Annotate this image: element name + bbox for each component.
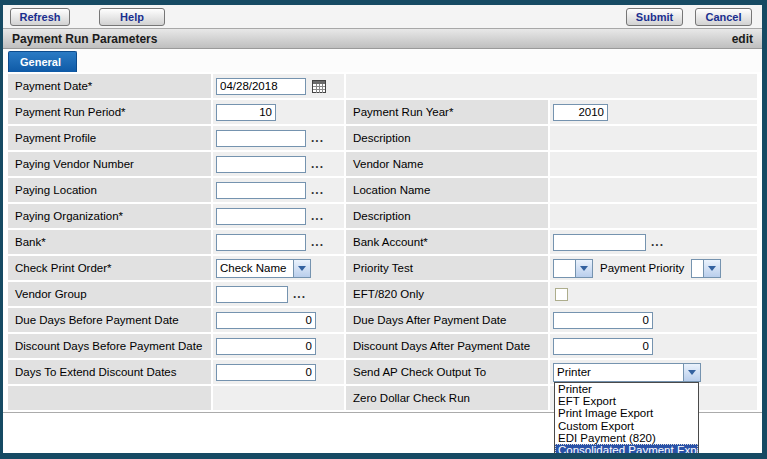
label-description-1: Description <box>346 126 548 150</box>
field-vendor-name <box>550 152 757 176</box>
payment-date-input[interactable] <box>216 78 306 95</box>
chevron-down-icon[interactable] <box>575 260 592 277</box>
bank-account-input[interactable] <box>553 234 646 251</box>
priority-test-value <box>554 260 575 277</box>
row-paying-organization: Paying Organization* ... Description <box>8 204 757 228</box>
submit-button[interactable]: Submit <box>626 8 683 26</box>
option-consolidated-payment-export[interactable]: Consolidated Payment Export <box>555 444 698 453</box>
bank-input[interactable] <box>216 234 306 251</box>
label-zero-dollar-check-run: Zero Dollar Check Run <box>346 386 548 410</box>
label-payment-priority: Payment Priority <box>600 262 684 274</box>
tab-bar: General <box>3 49 762 72</box>
field-payment-run-year <box>550 100 757 124</box>
row-due-days: Due Days Before Payment Date Due Days Af… <box>8 308 757 332</box>
help-button[interactable]: Help <box>99 8 165 26</box>
window-content: Refresh Help Submit Cancel Payment Run P… <box>3 5 762 453</box>
cancel-button[interactable]: Cancel <box>695 8 752 26</box>
paying-location-input[interactable] <box>216 182 306 199</box>
check-print-order-select[interactable]: Check Name <box>216 259 311 278</box>
payment-priority-select[interactable] <box>691 259 721 278</box>
label-location-name: Location Name <box>346 178 548 202</box>
days-to-extend-input[interactable] <box>216 364 316 381</box>
field-priority-test: Payment Priority <box>550 256 757 280</box>
empty-label-cell <box>8 386 211 410</box>
label-payment-date: Payment Date* <box>8 74 211 98</box>
payment-run-year-input[interactable] <box>553 104 608 121</box>
label-payment-run-year: Payment Run Year* <box>346 100 548 124</box>
empty-field-cell <box>213 386 344 410</box>
title-bar: Payment Run Parameters edit <box>3 28 762 49</box>
payment-profile-lookup-icon[interactable]: ... <box>311 134 324 142</box>
row-payment-date: Payment Date* <box>8 74 757 98</box>
payment-profile-input[interactable] <box>216 130 306 147</box>
row-send-ap-output: Days To Extend Discount Dates Send AP Ch… <box>8 360 757 384</box>
label-eft-820-only: EFT/820 Only <box>346 282 548 306</box>
paying-vendor-number-lookup-icon[interactable]: ... <box>311 160 324 168</box>
field-payment-run-period <box>213 100 344 124</box>
priority-test-select[interactable] <box>553 259 593 278</box>
label-discount-days-before: Discount Days Before Payment Date <box>8 334 211 358</box>
field-payment-profile: ... <box>213 126 344 150</box>
label-send-ap-check-output: Send AP Check Output To <box>346 360 548 384</box>
eft-820-only-checkbox[interactable] <box>555 288 568 301</box>
bank-account-lookup-icon[interactable]: ... <box>651 238 664 246</box>
vendor-group-lookup-icon[interactable]: ... <box>293 290 306 298</box>
discount-days-before-input[interactable] <box>216 338 316 355</box>
label-bank: Bank* <box>8 230 211 254</box>
label-check-print-order: Check Print Order* <box>8 256 211 280</box>
due-days-after-input[interactable] <box>553 312 653 329</box>
label-due-days-before: Due Days Before Payment Date <box>8 308 211 332</box>
field-due-days-before <box>213 308 344 332</box>
row-check-print-order: Check Print Order* Check Name Priority T… <box>8 256 757 280</box>
empty-cell <box>346 74 757 98</box>
payment-priority-value <box>692 260 703 277</box>
tab-general[interactable]: General <box>8 51 77 72</box>
chevron-down-icon[interactable] <box>683 364 700 381</box>
field-check-print-order: Check Name <box>213 256 344 280</box>
field-bank-account: ... <box>550 230 757 254</box>
option-print-image-export[interactable]: Print Image Export <box>555 407 698 419</box>
paying-organization-lookup-icon[interactable]: ... <box>311 212 324 220</box>
label-bank-account: Bank Account* <box>346 230 548 254</box>
label-due-days-after: Due Days After Payment Date <box>346 308 548 332</box>
label-paying-location: Paying Location <box>8 178 211 202</box>
paying-vendor-number-input[interactable] <box>216 156 306 173</box>
vendor-group-input[interactable] <box>216 286 288 303</box>
option-custom-export[interactable]: Custom Export <box>555 420 698 432</box>
due-days-before-input[interactable] <box>216 312 316 329</box>
field-location-name <box>550 178 757 202</box>
calendar-icon[interactable] <box>312 80 326 93</box>
paying-location-lookup-icon[interactable]: ... <box>311 186 324 194</box>
discount-days-after-input[interactable] <box>553 338 653 355</box>
paying-organization-input[interactable] <box>216 208 306 225</box>
field-days-to-extend <box>213 360 344 384</box>
label-description-2: Description <box>346 204 548 228</box>
row-bank: Bank* ... Bank Account* ... <box>8 230 757 254</box>
field-discount-days-after <box>550 334 757 358</box>
option-edi-payment-820[interactable]: EDI Payment (820) <box>555 432 698 444</box>
row-vendor-group: Vendor Group ... EFT/820 Only <box>8 282 757 306</box>
chevron-down-icon[interactable] <box>703 260 720 277</box>
field-description-1 <box>550 126 757 150</box>
label-paying-organization: Paying Organization* <box>8 204 211 228</box>
row-discount-days: Discount Days Before Payment Date Discou… <box>8 334 757 358</box>
check-print-order-value: Check Name <box>217 260 293 277</box>
field-send-ap-check-output: Printer Printer EFT Export Print Image E… <box>550 360 757 384</box>
refresh-button[interactable]: Refresh <box>10 8 70 26</box>
label-discount-days-after: Discount Days After Payment Date <box>346 334 548 358</box>
field-payment-date <box>213 74 344 98</box>
row-paying-vendor: Paying Vendor Number ... Vendor Name <box>8 152 757 176</box>
send-ap-output-select[interactable]: Printer <box>553 363 701 382</box>
bank-lookup-icon[interactable]: ... <box>311 238 324 246</box>
option-eft-export[interactable]: EFT Export <box>555 395 698 407</box>
field-paying-location: ... <box>213 178 344 202</box>
label-payment-run-period: Payment Run Period* <box>8 100 211 124</box>
label-vendor-name: Vendor Name <box>346 152 548 176</box>
payment-run-period-input[interactable] <box>216 104 276 121</box>
field-discount-days-before <box>213 334 344 358</box>
field-eft-820-only <box>550 282 757 306</box>
field-due-days-after <box>550 308 757 332</box>
chevron-down-icon[interactable] <box>293 260 310 277</box>
field-paying-organization: ... <box>213 204 344 228</box>
option-printer[interactable]: Printer <box>555 383 698 395</box>
